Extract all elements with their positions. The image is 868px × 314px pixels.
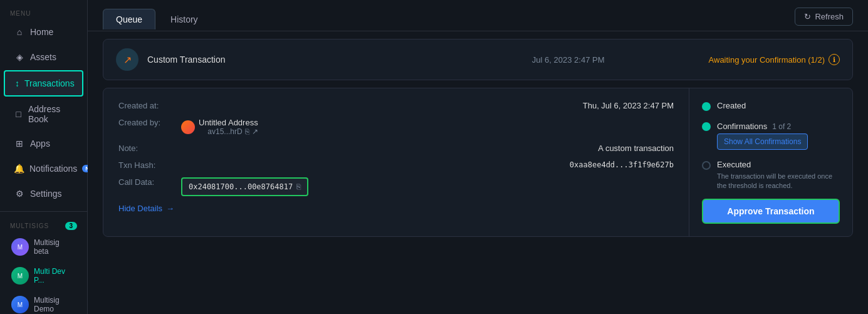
sidebar-divider — [0, 211, 87, 212]
table-row[interactable]: ↗ Custom Transaction Jul 6, 2023 2:47 PM… — [103, 39, 853, 80]
sidebar-item-settings[interactable]: ⚙ Settings — [4, 182, 83, 206]
call-data-row: Call Data: 0x24081700...00e8764817 ⎘ — [118, 177, 674, 196]
address-book-icon: □ — [14, 108, 23, 120]
multisig-item-dev[interactable]: M Multi Dev P... — [4, 262, 83, 290]
apps-icon: ⊞ — [14, 138, 25, 149]
detail-right: Created Confirmations 1 of 2 Show All — [689, 88, 852, 236]
note-value: A custom transaction — [181, 144, 674, 153]
avatar: M — [11, 296, 29, 313]
avatar: M — [11, 238, 29, 256]
multisig-label: Multisig beta — [34, 238, 76, 256]
timeline: Created Confirmations 1 of 2 Show All — [702, 101, 840, 191]
note-row: Note: A custom transaction — [118, 144, 674, 153]
transaction-status: Awaiting your Confirmation (1/2) ℹ — [709, 54, 840, 65]
refresh-icon: ↻ — [804, 12, 811, 21]
created-by-value: Untitled Address av15...hrD ⎘ ↗ — [181, 118, 258, 136]
settings-icon: ⚙ — [14, 188, 25, 199]
notifications-icon: 🔔 — [14, 163, 24, 174]
copy-addr-icon[interactable]: ⎘ — [245, 127, 249, 136]
timeline-confirmations-title: Confirmations — [717, 122, 767, 131]
show-all-confirmations-button[interactable]: Show All Confirmations — [717, 133, 808, 150]
hide-details-arrow-icon: → — [166, 204, 174, 213]
creator-avatar — [181, 120, 195, 134]
created-at-row: Created at: Thu, Jul 6, 2023 2:47 PM — [118, 101, 674, 110]
hide-details-label: Hide Details — [118, 204, 162, 213]
multisig-label: Multisig Demo — [34, 296, 76, 313]
transaction-type-icon: ↗ — [116, 48, 139, 71]
call-data-box: 0x24081700...00e8764817 ⎘ — [181, 177, 308, 196]
timeline-content-confirmations: Confirmations 1 of 2 Show All Confirmati… — [717, 121, 840, 150]
copy-call-data-icon[interactable]: ⎘ — [296, 182, 301, 191]
sidebar-item-label: Transactions — [24, 78, 75, 88]
timeline-content-created: Created — [717, 101, 840, 110]
multisig-item-beta[interactable]: M Multisig beta — [4, 233, 83, 261]
detail-panel: Created at: Thu, Jul 6, 2023 2:47 PM Cre… — [103, 88, 853, 237]
detail-left: Created at: Thu, Jul 6, 2023 2:47 PM Cre… — [103, 88, 689, 236]
txn-hash-label: Txn Hash: — [118, 160, 181, 170]
approve-transaction-button[interactable]: Approve Transaction — [702, 199, 840, 224]
sidebar-item-transactions[interactable]: ↕ Transactions — [4, 70, 83, 97]
addr-actions: av15...hrD ⎘ ↗ — [207, 127, 258, 136]
created-at-value: Thu, Jul 6, 2023 2:47 PM — [181, 101, 674, 110]
sidebar-item-label: Assets — [30, 52, 56, 62]
txn-hash-row: Txn Hash: 0xaa8ee4dd...3f1f9e627b — [118, 160, 674, 170]
sidebar-item-home[interactable]: ⌂ Home — [4, 20, 83, 44]
timeline-dot-executed — [702, 161, 711, 170]
transactions-icon: ↕ — [15, 78, 19, 89]
multisig-label: Multi Dev P... — [34, 267, 76, 285]
sidebar-item-notifications[interactable]: 🔔 Notifications New — [4, 157, 83, 181]
call-data-label: Call Data: — [118, 177, 181, 187]
tabs-bar: Queue History ↻ Refresh — [88, 0, 868, 31]
sidebar-item-label: Home — [30, 27, 53, 37]
menu-label: MENU — [0, 5, 87, 19]
avatar: M — [11, 267, 29, 285]
hide-details-button[interactable]: Hide Details → — [118, 204, 674, 213]
timeline-content-executed: Executed The transaction will be execute… — [717, 160, 840, 191]
creator-name: Untitled Address — [199, 118, 258, 127]
tabs: Queue History — [103, 9, 211, 29]
timeline-item-confirmations: Confirmations 1 of 2 Show All Confirmati… — [702, 121, 840, 160]
created-at-label: Created at: — [118, 101, 181, 110]
creator-addr: av15...hrD — [207, 127, 242, 136]
sidebar: MENU ⌂ Home ◈ Assets ↕ Transactions □ Ad… — [0, 0, 88, 314]
sidebar-item-label: Apps — [30, 139, 50, 149]
sidebar-item-label: Notifications — [29, 164, 77, 174]
created-by-row: Created by: Untitled Address av15...hrD … — [118, 118, 674, 136]
status-text: Awaiting your Confirmation (1/2) — [709, 55, 825, 65]
sidebar-item-assets[interactable]: ◈ Assets — [4, 45, 83, 69]
note-label: Note: — [118, 144, 181, 153]
txn-hash-value: 0xaa8ee4dd...3f1f9e627b — [181, 160, 674, 169]
sidebar-item-label: Address Book — [28, 104, 73, 124]
timeline-dot-created — [702, 102, 711, 111]
open-addr-icon[interactable]: ↗ — [252, 127, 258, 136]
multisig-item-demo[interactable]: M Multisig Demo — [4, 291, 83, 314]
timeline-executed-title: Executed — [717, 160, 840, 169]
main-content: Queue History ↻ Refresh ↗ Custom Transac… — [88, 0, 868, 314]
refresh-label: Refresh — [815, 12, 844, 21]
executed-description: The transaction will be executed once th… — [717, 172, 840, 191]
tab-queue[interactable]: Queue — [103, 9, 155, 29]
tab-history[interactable]: History — [158, 9, 211, 29]
status-icon: ℹ — [829, 54, 840, 65]
call-data-value: 0x24081700...00e8764817 — [189, 182, 293, 191]
timeline-dot-confirmations — [702, 122, 711, 131]
transaction-date: Jul 6, 2023 2:47 PM — [428, 55, 709, 65]
timeline-item-executed: Executed The transaction will be execute… — [702, 160, 840, 191]
multisigs-badge: 3 — [65, 222, 77, 230]
refresh-button[interactable]: ↻ Refresh — [795, 8, 853, 26]
assets-icon: ◈ — [14, 51, 25, 63]
timeline-created-title: Created — [717, 101, 840, 110]
home-icon: ⌂ — [14, 26, 25, 38]
transaction-name: Custom Transaction — [147, 55, 428, 65]
multisigs-label: MULTISIGS 3 — [0, 217, 87, 233]
transaction-list: ↗ Custom Transaction Jul 6, 2023 2:47 PM… — [88, 31, 868, 88]
sidebar-item-address-book[interactable]: □ Address Book — [4, 98, 83, 130]
sidebar-item-apps[interactable]: ⊞ Apps — [4, 132, 83, 155]
sidebar-item-label: Settings — [30, 189, 62, 199]
timeline-item-created: Created — [702, 101, 840, 121]
created-by-label: Created by: — [118, 118, 181, 127]
confirmations-value: 1 of 2 — [772, 122, 791, 131]
